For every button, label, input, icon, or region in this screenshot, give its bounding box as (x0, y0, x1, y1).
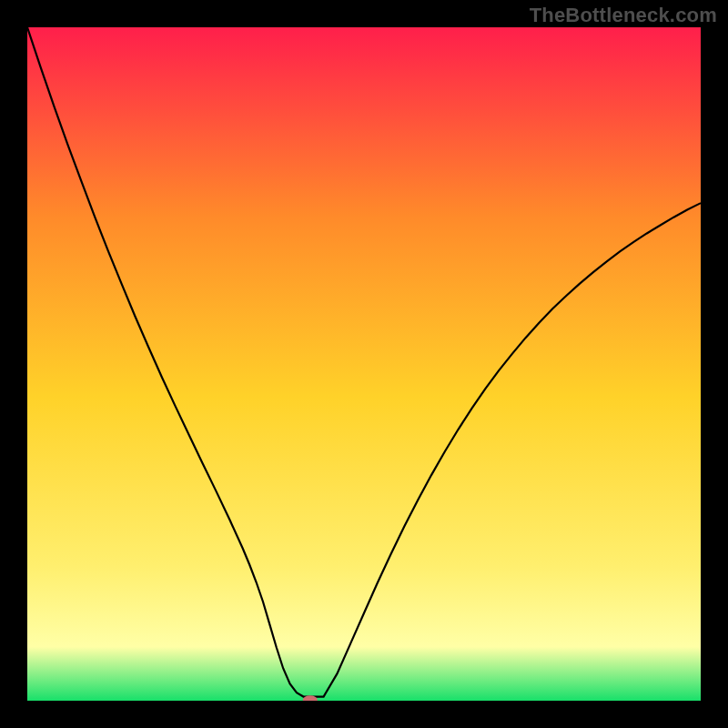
chart-background (27, 27, 701, 701)
plot-area (27, 27, 701, 701)
chart-root: TheBottleneck.com (0, 0, 728, 728)
chart-svg (27, 27, 701, 701)
watermark-text: TheBottleneck.com (530, 4, 717, 27)
